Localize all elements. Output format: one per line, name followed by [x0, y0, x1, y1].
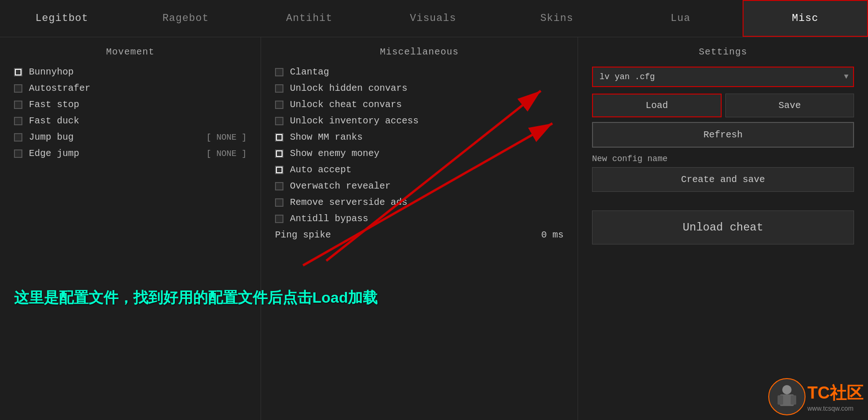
label-antidll-bypass: Antidll bypass [290, 213, 368, 224]
ping-label: Ping spike [275, 230, 541, 240]
ping-row: Ping spike 0 ms [275, 230, 564, 240]
nav-antihit[interactable]: Antihit [248, 0, 371, 37]
svg-rect-5 [778, 395, 783, 405]
tc-sub-label: www.tcsqw.com [807, 405, 854, 412]
new-config-label: New config name [592, 154, 854, 163]
nav-misc[interactable]: Misc [743, 0, 868, 37]
checkbox-show-enemy-money[interactable] [275, 149, 283, 158]
tc-text: TC社区 www.tcsqw.com [807, 382, 863, 412]
option-overwatch-revealer[interactable]: Overwatch revealer [275, 181, 564, 191]
checkbox-auto-accept[interactable] [275, 166, 283, 174]
label-unlock-inventory: Unlock inventory access [290, 115, 419, 126]
label-jump-bug: Jump bug [29, 132, 74, 142]
checkbox-fast-stop[interactable] [14, 101, 22, 109]
nav-lua[interactable]: Lua [619, 0, 742, 37]
checkbox-unlock-cheat[interactable] [275, 101, 283, 109]
keybind-jump-bug[interactable]: [ NONE ] [207, 133, 247, 142]
misc-title: Miscellaneous [275, 47, 564, 57]
refresh-button[interactable]: Refresh [592, 122, 854, 148]
keybind-edge-jump[interactable]: [ NONE ] [207, 149, 247, 158]
option-bunnyhop[interactable]: Bunnyhop [14, 67, 247, 77]
settings-title: Settings [592, 47, 854, 57]
save-button[interactable]: Save [725, 94, 854, 117]
main-content: Movement Bunnyhop Autostrafer Fast stop … [0, 37, 868, 420]
checkbox-unlock-inventory[interactable] [275, 117, 283, 125]
label-clantag: Clantag [290, 67, 329, 77]
option-jump-bug[interactable]: Jump bug [ NONE ] [14, 132, 247, 142]
checkbox-jump-bug[interactable] [14, 133, 22, 142]
svg-rect-6 [791, 395, 796, 405]
checkbox-show-mm-ranks[interactable] [275, 133, 283, 142]
checkbox-clantag[interactable] [275, 68, 283, 76]
option-show-mm-ranks[interactable]: Show MM ranks [275, 132, 564, 142]
top-nav: Legitbot Ragebot Antihit Visuals Skins L… [0, 0, 868, 37]
label-unlock-cheat: Unlock cheat convars [290, 99, 402, 110]
unload-cheat-button[interactable]: Unload cheat [592, 210, 854, 244]
label-show-enemy-money: Show enemy money [290, 148, 379, 159]
checkbox-autostrafer[interactable] [14, 84, 22, 93]
option-unlock-cheat[interactable]: Unlock cheat convars [275, 99, 564, 110]
option-clantag[interactable]: Clantag [275, 67, 564, 77]
label-show-mm-ranks: Show MM ranks [290, 132, 363, 142]
config-select[interactable]: lv yan .cfg [593, 68, 853, 86]
option-unlock-hidden[interactable]: Unlock hidden convars [275, 83, 564, 94]
label-overwatch-revealer: Overwatch revealer [290, 181, 391, 191]
nav-ragebot[interactable]: Ragebot [124, 0, 247, 37]
checkbox-bunnyhop[interactable] [14, 68, 22, 76]
checkbox-overwatch-revealer[interactable] [275, 182, 283, 190]
tc-main-label: TC社区 [807, 382, 863, 405]
label-unlock-hidden: Unlock hidden convars [290, 83, 407, 94]
svg-point-3 [782, 385, 792, 394]
label-edge-jump: Edge jump [29, 148, 79, 159]
checkbox-antidll-bypass[interactable] [275, 215, 283, 223]
soldier-icon [773, 383, 801, 411]
option-remove-serverside-ads[interactable]: Remove serverside ads [275, 197, 564, 208]
nav-visuals[interactable]: Visuals [371, 0, 495, 37]
label-bunnyhop: Bunnyhop [29, 67, 74, 77]
tc-logo-icon [768, 378, 806, 415]
create-save-button[interactable]: Create and save [592, 167, 854, 192]
movement-title: Movement [14, 47, 247, 57]
panel-misc: Miscellaneous Clantag Unlock hidden conv… [261, 37, 578, 420]
option-auto-accept[interactable]: Auto accept [275, 164, 564, 175]
panel-settings: Settings lv yan .cfg ▼ Load Save Refresh… [578, 37, 868, 420]
checkbox-fast-duck[interactable] [14, 117, 22, 125]
option-unlock-inventory[interactable]: Unlock inventory access [275, 115, 564, 126]
option-antidll-bypass[interactable]: Antidll bypass [275, 213, 564, 224]
tc-watermark: TC社区 www.tcsqw.com [768, 378, 863, 415]
load-button[interactable]: Load [592, 94, 722, 117]
nav-legitbot[interactable]: Legitbot [0, 0, 124, 37]
ping-value: 0 ms [541, 230, 564, 240]
label-autostrafer: Autostrafer [29, 83, 90, 94]
config-select-wrapper[interactable]: lv yan .cfg ▼ [592, 67, 854, 87]
checkbox-unlock-hidden[interactable] [275, 84, 283, 93]
label-fast-stop: Fast stop [29, 99, 79, 110]
nav-skins[interactable]: Skins [495, 0, 619, 37]
option-show-enemy-money[interactable]: Show enemy money [275, 148, 564, 159]
checkbox-edge-jump[interactable] [14, 149, 22, 158]
option-autostrafer[interactable]: Autostrafer [14, 83, 247, 94]
label-auto-accept: Auto accept [290, 164, 351, 175]
option-edge-jump[interactable]: Edge jump [ NONE ] [14, 148, 247, 159]
load-save-row: Load Save [592, 94, 854, 117]
label-fast-duck: Fast duck [29, 115, 79, 126]
panel-movement: Movement Bunnyhop Autostrafer Fast stop … [0, 37, 261, 420]
option-fast-stop[interactable]: Fast stop [14, 99, 247, 110]
checkbox-remove-serverside-ads[interactable] [275, 198, 283, 207]
label-remove-serverside-ads: Remove serverside ads [290, 197, 407, 208]
option-fast-duck[interactable]: Fast duck [14, 115, 247, 126]
